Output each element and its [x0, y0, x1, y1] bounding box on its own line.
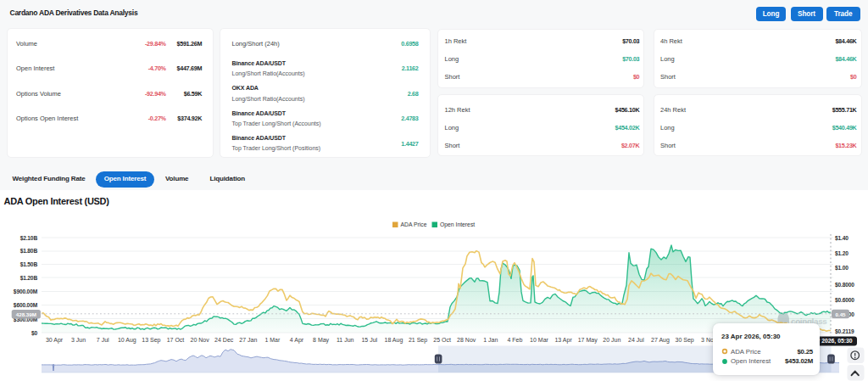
svg-text:27 Jan: 27 Jan — [239, 337, 257, 343]
svg-text:24 Dec: 24 Dec — [214, 337, 234, 343]
svg-text:$900.00M: $900.00M — [14, 289, 38, 295]
svg-text:$1.00: $1.00 — [835, 265, 849, 272]
svg-text:15 Jul: 15 Jul — [361, 337, 377, 343]
svg-text:13 Apr: 13 Apr — [554, 337, 572, 344]
svg-text:10 Mar: 10 Mar — [530, 337, 548, 343]
svg-text:30 Apr: 30 Apr — [46, 337, 64, 344]
svg-text:13 Sep: 13 Sep — [142, 337, 160, 344]
svg-text:0.45: 0.45 — [835, 311, 846, 317]
svg-text:30 Sep: 30 Sep — [676, 337, 694, 344]
svg-text:24 Jul: 24 Jul — [628, 337, 644, 343]
svg-text:25 Oct: 25 Oct — [433, 337, 451, 343]
svg-text:$1.20: $1.20 — [835, 250, 849, 257]
svg-text:17 Oct: 17 Oct — [167, 337, 185, 343]
svg-text:$0.8000: $0.8000 — [835, 282, 854, 289]
svg-text:21 Sep: 21 Sep — [409, 337, 427, 344]
svg-text:20 Nov: 20 Nov — [191, 337, 210, 343]
svg-text:$1.40: $1.40 — [835, 235, 849, 242]
svg-text:17 May: 17 May — [578, 337, 598, 344]
svg-text:$600.00M: $600.00M — [14, 302, 38, 309]
svg-text:ADA Price: ADA Price — [401, 221, 427, 227]
svg-text:18 Aug: 18 Aug — [384, 337, 403, 344]
svg-text:7 Jul: 7 Jul — [97, 337, 109, 343]
svg-text:11 Jun: 11 Jun — [337, 337, 354, 343]
svg-text:8 May: 8 May — [313, 337, 330, 344]
svg-text:27 Aug: 27 Aug — [651, 337, 670, 344]
svg-text:$0.6000: $0.6000 — [835, 297, 854, 304]
svg-text:$1.50B: $1.50B — [20, 261, 38, 268]
svg-text:28 Nov: 28 Nov — [457, 337, 476, 343]
svg-text:10 Aug: 10 Aug — [118, 337, 136, 344]
svg-text:4 Apr: 4 Apr — [290, 337, 304, 344]
svg-text:$2.10B: $2.10B — [20, 235, 38, 242]
svg-text:$0.2119: $0.2119 — [835, 328, 854, 335]
svg-text:$1.20B: $1.20B — [20, 275, 38, 282]
svg-text:$1.80B: $1.80B — [20, 248, 38, 255]
svg-text:$0: $0 — [31, 330, 38, 337]
svg-text:1 Jan: 1 Jan — [483, 337, 498, 343]
svg-text:3 Jun: 3 Jun — [71, 337, 86, 343]
svg-text:20 Jun: 20 Jun — [603, 337, 620, 343]
svg-text:4 Feb: 4 Feb — [507, 337, 522, 343]
svg-text:1 Mar: 1 Mar — [264, 337, 281, 343]
svg-text:428.39M: 428.39M — [16, 311, 36, 317]
svg-text:Open Interest: Open Interest — [440, 221, 475, 228]
